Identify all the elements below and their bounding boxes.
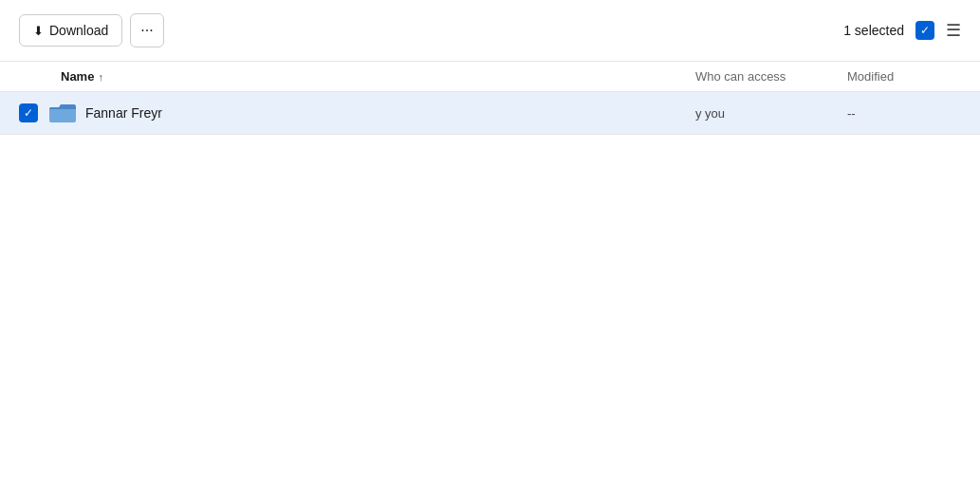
- download-button[interactable]: ⬇ Download: [19, 14, 122, 47]
- table-row[interactable]: ✓ Fannar Freyr y you -- Fannar Freyr ℹ F…: [0, 92, 980, 135]
- col-name-label: Name: [61, 69, 94, 84]
- sort-arrow-icon: ↑: [98, 71, 103, 83]
- download-icon: ⬇: [33, 24, 44, 38]
- col-modified-header: Modified: [847, 69, 961, 84]
- list-view-icon[interactable]: ☰: [946, 20, 961, 41]
- toolbar: ⬇ Download ··· 1 selected ✓ ☰: [0, 0, 980, 62]
- svg-rect-0: [49, 107, 76, 122]
- selected-label: 1 selected: [843, 23, 904, 38]
- row-access: y you: [695, 106, 847, 121]
- download-label: Download: [49, 23, 108, 38]
- col-name-header[interactable]: Name ↑: [61, 69, 695, 84]
- select-all-checkbox[interactable]: ✓: [915, 21, 934, 40]
- row-name: Fannar Freyr: [85, 105, 695, 121]
- row-checkbox[interactable]: ✓: [19, 103, 38, 122]
- more-options-button[interactable]: ···: [130, 13, 163, 47]
- table-header: Name ↑ Who can access Modified: [0, 62, 980, 92]
- col-access-header: Who can access: [695, 69, 847, 84]
- folder-icon: [49, 102, 76, 124]
- ellipsis-icon: ···: [140, 22, 153, 39]
- toolbar-right: 1 selected ✓ ☰: [843, 20, 961, 41]
- row-modified: --: [847, 106, 961, 121]
